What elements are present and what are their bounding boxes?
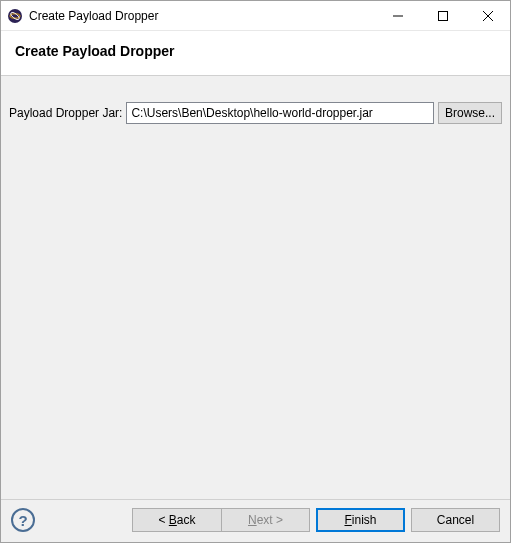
wizard-footer: ? < Back Next > Finish Cancel <box>1 500 510 542</box>
minimize-button[interactable] <box>375 1 420 30</box>
cancel-button[interactable]: Cancel <box>411 508 500 532</box>
jar-path-input[interactable] <box>126 102 434 124</box>
jar-label: Payload Dropper Jar: <box>9 106 122 120</box>
wizard-content: Payload Dropper Jar: Browse... <box>1 76 510 500</box>
back-button[interactable]: < Back <box>132 508 221 532</box>
window-title: Create Payload Dropper <box>29 9 375 23</box>
help-icon[interactable]: ? <box>11 508 35 532</box>
jar-field-row: Payload Dropper Jar: Browse... <box>7 102 504 124</box>
next-button: Next > <box>221 508 310 532</box>
window-controls <box>375 1 510 30</box>
wizard-header: Create Payload Dropper <box>1 31 510 76</box>
svg-rect-4 <box>438 11 447 20</box>
eclipse-icon <box>7 8 23 24</box>
maximize-button[interactable] <box>420 1 465 30</box>
page-title: Create Payload Dropper <box>15 43 496 59</box>
close-button[interactable] <box>465 1 510 30</box>
nav-buttons: < Back Next > Finish Cancel <box>132 508 500 532</box>
window-titlebar: Create Payload Dropper <box>1 1 510 31</box>
finish-button[interactable]: Finish <box>316 508 405 532</box>
browse-button[interactable]: Browse... <box>438 102 502 124</box>
